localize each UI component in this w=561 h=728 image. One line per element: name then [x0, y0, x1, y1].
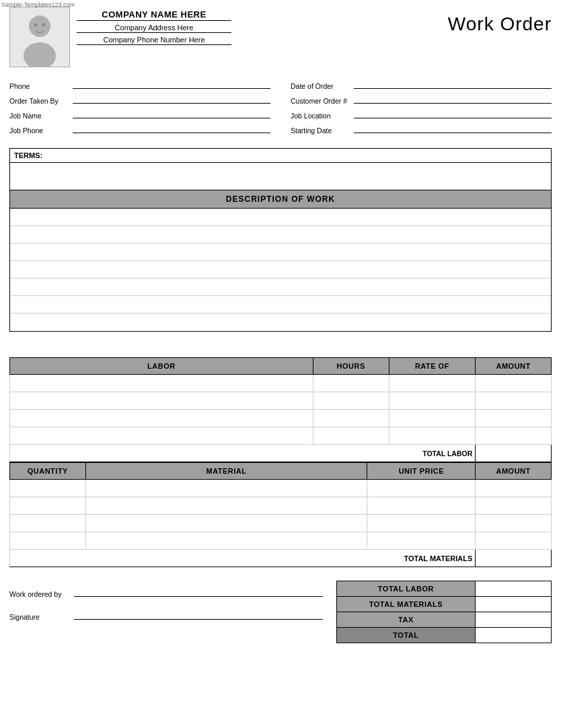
labor-col-header: LABOR	[10, 358, 313, 375]
customer-order-input[interactable]	[354, 94, 552, 104]
quantity-cell[interactable]	[10, 532, 86, 550]
table-row[interactable]	[10, 410, 552, 427]
form-left-col: Phone Order Taken By Job Name Job Phone	[9, 79, 291, 135]
mat-amount-cell[interactable]	[476, 532, 552, 550]
total-labor-value[interactable]	[476, 445, 552, 462]
labor-cell[interactable]	[10, 410, 313, 427]
mat-amount-cell[interactable]	[476, 480, 552, 497]
svg-point-1	[29, 15, 50, 37]
total-materials-value[interactable]	[476, 550, 552, 567]
labor-amount-cell[interactable]	[476, 410, 552, 427]
tax-summary-value[interactable]	[475, 612, 551, 628]
job-phone-label: Job Phone	[9, 126, 70, 135]
desc-row-3[interactable]	[10, 244, 551, 261]
work-ordered-by-row: Work ordered by	[9, 587, 323, 598]
job-phone-row: Job Phone	[9, 124, 270, 135]
labor-cell[interactable]	[10, 392, 313, 410]
rate-cell[interactable]	[389, 392, 476, 410]
terms-body[interactable]	[10, 163, 551, 190]
table-row[interactable]	[10, 515, 552, 532]
starting-date-label: Starting Date	[291, 126, 351, 135]
tax-summary-row: TAX	[337, 612, 552, 628]
material-col-header: MATERIAL	[85, 463, 367, 480]
job-location-input[interactable]	[354, 109, 552, 118]
job-phone-input[interactable]	[73, 124, 270, 133]
labor-amount-cell[interactable]	[476, 427, 552, 445]
starting-date-row: Starting Date	[291, 124, 552, 135]
header: COMPANY NAME HERE Company Address Here C…	[9, 7, 552, 67]
job-name-input[interactable]	[73, 109, 270, 118]
logo-image	[10, 7, 69, 67]
desc-row-7[interactable]	[10, 314, 551, 331]
date-of-order-label: Date of Order	[291, 82, 351, 90]
grand-total-value[interactable]	[475, 628, 551, 643]
desc-row-6[interactable]	[10, 296, 551, 314]
material-cell[interactable]	[85, 480, 367, 497]
starting-date-input[interactable]	[354, 124, 552, 133]
total-materials-summary-label: TOTAL MATERIALS	[337, 597, 476, 612]
labor-amount-cell[interactable]	[476, 375, 552, 392]
signature-section: Work ordered by Signature	[9, 581, 336, 621]
labor-cell[interactable]	[10, 427, 313, 445]
labor-amount-cell[interactable]	[476, 392, 552, 410]
company-name: COMPANY NAME HERE	[77, 9, 231, 21]
job-name-label: Job Name	[9, 112, 70, 120]
hours-cell[interactable]	[313, 410, 389, 427]
company-logo	[9, 7, 70, 67]
totals-table: TOTAL LABOR TOTAL MATERIALS TAX TOTAL	[336, 581, 552, 643]
date-of-order-input[interactable]	[354, 79, 552, 89]
unit-price-cell[interactable]	[367, 497, 476, 515]
mat-amount-cell[interactable]	[476, 497, 552, 515]
material-cell[interactable]	[85, 532, 367, 550]
hours-cell[interactable]	[313, 392, 389, 410]
unit-price-cell[interactable]	[367, 480, 476, 497]
hours-cell[interactable]	[313, 375, 389, 392]
description-header: DESCRIPTION OF WORK	[10, 190, 551, 209]
table-row[interactable]	[10, 497, 552, 515]
table-row[interactable]	[10, 480, 552, 497]
order-taken-label: Order Taken By	[9, 97, 70, 105]
watermark-text: Sample-Templates123.com	[1, 1, 75, 8]
order-taken-input[interactable]	[73, 94, 270, 104]
rate-cell[interactable]	[389, 427, 476, 445]
rate-cell[interactable]	[389, 410, 476, 427]
total-labor-summary-label: TOTAL LABOR	[337, 581, 476, 597]
company-address: Company Address Here	[77, 24, 231, 33]
phone-row: Phone	[9, 79, 270, 90]
rate-cell[interactable]	[389, 375, 476, 392]
hours-cell[interactable]	[313, 427, 389, 445]
terms-section: TERMS:	[9, 148, 552, 190]
description-rows	[10, 209, 551, 331]
total-materials-summary-value[interactable]	[475, 597, 551, 612]
job-name-row: Job Name	[9, 109, 270, 120]
table-row[interactable]	[10, 427, 552, 445]
quantity-cell[interactable]	[10, 480, 86, 497]
desc-row-1[interactable]	[10, 209, 551, 226]
material-cell[interactable]	[85, 497, 367, 515]
table-row[interactable]	[10, 375, 552, 392]
signature-label: Signature	[9, 613, 70, 621]
phone-input[interactable]	[73, 79, 270, 89]
desc-row-4[interactable]	[10, 261, 551, 279]
total-labor-label: TOTAL LABOR	[10, 445, 476, 462]
unit-price-cell[interactable]	[367, 515, 476, 532]
desc-row-2[interactable]	[10, 226, 551, 244]
hours-col-header: HOURS	[313, 358, 389, 375]
job-location-row: Job Location	[291, 109, 552, 120]
unit-price-col-header: UNIT PRICE	[367, 463, 476, 480]
mat-amount-cell[interactable]	[476, 515, 552, 532]
desc-row-5[interactable]	[10, 279, 551, 296]
phone-label: Phone	[9, 82, 70, 90]
table-row[interactable]	[10, 532, 552, 550]
total-labor-summary-value[interactable]	[475, 581, 551, 597]
unit-price-cell[interactable]	[367, 532, 476, 550]
table-row[interactable]	[10, 392, 552, 410]
description-section: DESCRIPTION OF WORK	[9, 190, 552, 332]
work-ordered-by-input[interactable]	[74, 587, 323, 597]
quantity-cell[interactable]	[10, 515, 86, 532]
signature-input[interactable]	[74, 610, 323, 620]
labor-cell[interactable]	[10, 375, 313, 392]
material-cell[interactable]	[85, 515, 367, 532]
quantity-cell[interactable]	[10, 497, 86, 515]
grand-total-label: TOTAL	[337, 628, 476, 643]
